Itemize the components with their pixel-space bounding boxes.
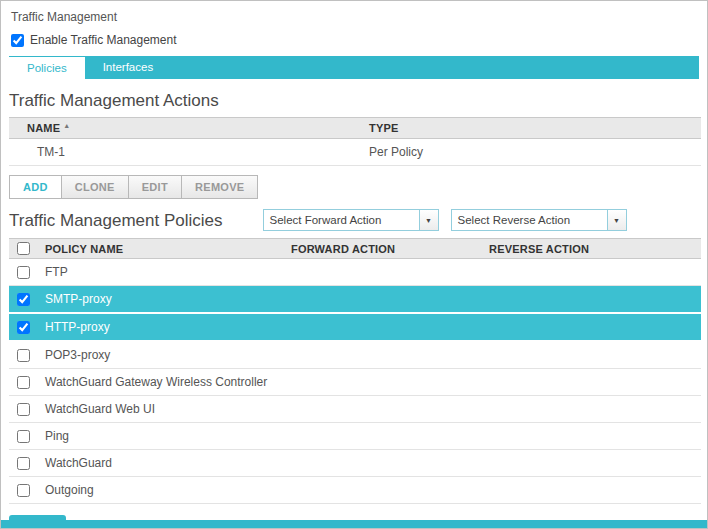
policy-row[interactable]: FTP — [9, 259, 701, 286]
policy-checkbox-cell — [9, 313, 35, 341]
forward-action-select-value: Select Forward Action — [264, 214, 419, 226]
policies-col-reverse[interactable]: REVERSE ACTION — [479, 239, 701, 259]
policy-forward-cell — [281, 341, 479, 369]
tab-interfaces[interactable]: Interfaces — [85, 56, 172, 79]
enable-traffic-management-label: Enable Traffic Management — [30, 33, 177, 47]
policy-forward-cell — [281, 396, 479, 423]
policy-checkbox-cell — [9, 369, 35, 396]
policy-reverse-cell — [479, 369, 701, 396]
enable-traffic-management-checkbox[interactable] — [11, 34, 24, 47]
chevron-down-icon[interactable]: ▼ — [419, 210, 438, 230]
policy-reverse-cell — [479, 313, 701, 341]
policy-name-cell: Outgoing — [35, 477, 281, 504]
forward-action-select[interactable]: Select Forward Action ▼ — [263, 209, 439, 231]
actions-col-type[interactable]: TYPE — [359, 118, 701, 139]
reverse-action-select[interactable]: Select Reverse Action ▼ — [451, 209, 627, 231]
actions-section-title: Traffic Management Actions — [9, 91, 707, 110]
policy-reverse-cell — [479, 477, 701, 504]
policy-name-cell: POP3-proxy — [35, 341, 281, 369]
policy-reverse-cell — [479, 259, 701, 286]
policy-forward-cell — [281, 477, 479, 504]
policy-row[interactable]: HTTP-proxy — [9, 313, 701, 341]
policy-forward-cell — [281, 286, 479, 314]
policy-name-cell: WatchGuard Gateway Wireless Controller — [35, 369, 281, 396]
action-name-cell: TM-1 — [9, 139, 359, 166]
policy-row[interactable]: POP3-proxy — [9, 341, 701, 369]
select-all-checkbox[interactable] — [17, 242, 30, 255]
policy-name-cell: WatchGuard Web UI — [35, 396, 281, 423]
policy-checkbox[interactable] — [17, 484, 30, 497]
policy-checkbox[interactable] — [17, 457, 30, 470]
policy-checkbox-cell — [9, 450, 35, 477]
policies-header-row: POLICY NAME FORWARD ACTION REVERSE ACTIO… — [9, 239, 701, 259]
action-type-cell: Per Policy — [359, 139, 701, 166]
policy-checkbox-cell — [9, 396, 35, 423]
policy-row[interactable]: Outgoing — [9, 477, 701, 504]
policy-checkbox-cell — [9, 341, 35, 369]
policy-checkbox-cell — [9, 423, 35, 450]
policy-name-cell: Ping — [35, 423, 281, 450]
policies-section-header: Traffic Management Policies Select Forwa… — [9, 209, 699, 231]
policy-row[interactable]: SMTP-proxy — [9, 286, 701, 314]
policy-row[interactable]: WatchGuard — [9, 450, 701, 477]
policies-col-forward[interactable]: FORWARD ACTION — [281, 239, 479, 259]
policy-checkbox[interactable] — [17, 349, 30, 362]
policy-forward-cell — [281, 313, 479, 341]
clone-button[interactable]: CLONE — [61, 175, 129, 199]
policy-name-cell: SMTP-proxy — [35, 286, 281, 314]
policies-table: POLICY NAME FORWARD ACTION REVERSE ACTIO… — [9, 238, 701, 504]
policy-row[interactable]: WatchGuard Gateway Wireless Controller — [9, 369, 701, 396]
policy-checkbox[interactable] — [17, 321, 30, 334]
policy-reverse-cell — [479, 396, 701, 423]
policy-reverse-cell — [479, 450, 701, 477]
add-button[interactable]: ADD — [9, 175, 62, 199]
policy-reverse-cell — [479, 341, 701, 369]
traffic-management-page: Traffic Management Enable Traffic Manage… — [0, 0, 708, 529]
policy-checkbox[interactable] — [17, 376, 30, 389]
policy-checkbox-cell — [9, 286, 35, 314]
actions-table: NAME▲ TYPE TM-1 Per Policy — [9, 117, 701, 166]
action-row[interactable]: TM-1 Per Policy — [9, 139, 701, 166]
sort-ascending-icon: ▲ — [63, 122, 70, 129]
policy-forward-cell — [281, 369, 479, 396]
policy-reverse-cell — [479, 286, 701, 314]
enable-traffic-management[interactable]: Enable Traffic Management — [11, 33, 707, 47]
actions-col-name-label: NAME — [27, 122, 60, 134]
chevron-down-icon[interactable]: ▼ — [607, 210, 626, 230]
policy-forward-cell — [281, 450, 479, 477]
tab-bar: Policies Interfaces — [9, 56, 699, 79]
bottom-accent-bar — [1, 520, 707, 528]
policy-name-cell: HTTP-proxy — [35, 313, 281, 341]
policy-checkbox[interactable] — [17, 403, 30, 416]
select-all-cell — [9, 239, 35, 259]
tab-policies[interactable]: Policies — [9, 57, 85, 79]
policy-name-cell: WatchGuard — [35, 450, 281, 477]
policy-checkbox[interactable] — [17, 293, 30, 306]
page-title: Traffic Management — [11, 10, 707, 24]
policy-checkbox-cell — [9, 477, 35, 504]
edit-button[interactable]: EDIT — [128, 175, 182, 199]
policy-name-cell: FTP — [35, 259, 281, 286]
policy-row[interactable]: Ping — [9, 423, 701, 450]
actions-toolbar: ADD CLONE EDIT REMOVE — [9, 175, 707, 199]
reverse-action-select-value: Select Reverse Action — [452, 214, 607, 226]
actions-col-name[interactable]: NAME▲ — [9, 118, 359, 139]
policy-checkbox[interactable] — [17, 430, 30, 443]
policy-reverse-cell — [479, 423, 701, 450]
policy-row[interactable]: WatchGuard Web UI — [9, 396, 701, 423]
policies-section-title: Traffic Management Policies — [9, 211, 223, 230]
policy-forward-cell — [281, 423, 479, 450]
policy-forward-cell — [281, 259, 479, 286]
policy-checkbox[interactable] — [17, 266, 30, 279]
policy-checkbox-cell — [9, 259, 35, 286]
remove-button[interactable]: REMOVE — [181, 175, 258, 199]
actions-header-row: NAME▲ TYPE — [9, 118, 701, 139]
policies-col-name[interactable]: POLICY NAME — [35, 239, 281, 259]
